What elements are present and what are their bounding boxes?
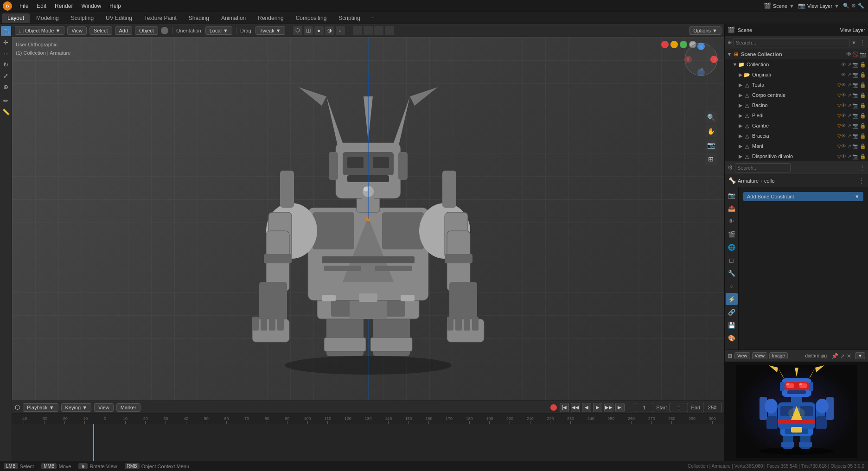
corpo-sel-icon[interactable]: ↗ bbox=[847, 92, 851, 98]
view-menu[interactable]: View bbox=[67, 26, 87, 35]
prop-output-icon[interactable]: 📤 bbox=[726, 202, 738, 214]
tweak-selector[interactable]: Tweak ▼ bbox=[255, 26, 285, 35]
bacino-render-icon[interactable]: 📷 bbox=[852, 102, 859, 108]
outliner-collection[interactable]: ▼ 📁 Collection 👁 ↗ 📷 🔒 bbox=[725, 59, 868, 70]
col-lock-icon[interactable]: 🔒 bbox=[860, 62, 866, 68]
piedi-view-icon[interactable]: 👁 bbox=[841, 113, 846, 119]
grid-icon[interactable]: ⊞ bbox=[705, 153, 717, 165]
camera-icon[interactable]: 📷 bbox=[705, 139, 717, 151]
gizmo-toggle[interactable] bbox=[364, 26, 373, 35]
scene-selector[interactable]: 🎬 Scene ▼ bbox=[764, 2, 794, 9]
prop-world-icon[interactable]: 🌐 bbox=[726, 241, 738, 253]
select-menu[interactable]: Select bbox=[89, 26, 112, 35]
bacino-sel-icon[interactable]: ↗ bbox=[847, 102, 851, 108]
zoom-icon[interactable]: 🔍 bbox=[705, 111, 717, 123]
bacino-view-icon[interactable]: 👁 bbox=[841, 102, 846, 108]
img-view2-menu[interactable]: View bbox=[752, 352, 768, 359]
gambe-render-icon[interactable]: 📷 bbox=[852, 123, 859, 129]
disp-render-icon[interactable]: 📷 bbox=[852, 153, 859, 159]
tab-rendering[interactable]: Rendering bbox=[252, 13, 289, 23]
viewport-3d[interactable]: User Orthographic (1) Collection | Armat… bbox=[12, 37, 724, 401]
piedi-lock-icon[interactable]: 🔒 bbox=[860, 113, 866, 119]
tab-modeling[interactable]: Modeling bbox=[31, 13, 64, 23]
tab-animation[interactable]: Animation bbox=[216, 13, 251, 23]
bacino-lock-icon[interactable]: 🔒 bbox=[860, 102, 866, 108]
outliner-search-input[interactable] bbox=[734, 38, 849, 47]
mani-view-icon[interactable]: 👁 bbox=[841, 143, 846, 149]
mani-render-icon[interactable]: 📷 bbox=[852, 143, 859, 149]
prop-object-icon[interactable]: ◻ bbox=[726, 254, 738, 266]
rendered-icon[interactable]: ○ bbox=[336, 26, 345, 35]
tab-texture-paint[interactable]: Texture Paint bbox=[139, 13, 182, 23]
props-options-btn[interactable]: ⋮ bbox=[859, 164, 865, 171]
prop-view-layer-icon[interactable]: 👁 bbox=[726, 215, 738, 227]
tool-move[interactable]: ↔ bbox=[1, 48, 11, 58]
play-forward-button[interactable]: ▶ bbox=[593, 403, 602, 412]
testa-lock-icon[interactable]: 🔒 bbox=[860, 82, 866, 88]
blender-logo[interactable]: B bbox=[3, 1, 12, 11]
outliner-item-gambe[interactable]: ▶ △ Gambe ▽ 👁 ↗ 📷 🔒 bbox=[725, 121, 868, 131]
braccia-sel-icon[interactable]: ↗ bbox=[847, 133, 851, 139]
timeline-playhead[interactable] bbox=[93, 424, 94, 461]
img-options-btn[interactable]: ▼ bbox=[855, 352, 865, 359]
menu-file[interactable]: File bbox=[16, 2, 32, 10]
props-search-input[interactable] bbox=[735, 163, 791, 172]
tool-cursor[interactable]: ✛ bbox=[1, 37, 11, 47]
prop-scene-icon[interactable]: 🎬 bbox=[726, 228, 738, 240]
img-pin-icon[interactable]: 📌 bbox=[831, 353, 838, 359]
step-back-button[interactable]: ◀◀ bbox=[571, 403, 580, 412]
orientation-selector[interactable]: Local ▼ bbox=[205, 26, 232, 35]
mani-sel-icon[interactable]: ↗ bbox=[847, 143, 851, 149]
outliner-item-testa[interactable]: ▶ △ Testa ▽ 👁 ↗ 📷 🔒 bbox=[725, 80, 868, 90]
tab-add-button[interactable]: + bbox=[367, 13, 377, 23]
prop-modifier-icon[interactable]: 🔧 bbox=[726, 267, 738, 279]
tab-layout[interactable]: Layout bbox=[2, 13, 30, 23]
outliner-item-piedi[interactable]: ▶ △ Piedi ▽ 👁 ↗ 📷 🔒 bbox=[725, 110, 868, 121]
xray-icon[interactable]: ◫ bbox=[304, 26, 313, 35]
gambe-view-icon[interactable]: 👁 bbox=[841, 123, 846, 129]
options-btn[interactable]: Options ▼ bbox=[689, 26, 721, 35]
menu-render[interactable]: Render bbox=[51, 2, 77, 10]
prop-render-icon[interactable]: 📷 bbox=[726, 189, 738, 201]
gambe-sel-icon[interactable]: ↗ bbox=[847, 123, 851, 129]
mode-selector[interactable]: ⬚ Object Mode ▼ bbox=[15, 26, 64, 35]
img-view-menu[interactable]: View bbox=[734, 352, 750, 359]
disp-lock-icon[interactable]: 🔒 bbox=[860, 153, 866, 159]
step-forward-button[interactable]: ▶▶ bbox=[604, 403, 613, 412]
gambe-lock-icon[interactable]: 🔒 bbox=[860, 123, 866, 129]
end-frame-input[interactable]: 250 bbox=[703, 403, 721, 412]
wire-overlay-icon[interactable]: ⬡ bbox=[293, 26, 302, 35]
sc-view-icon[interactable]: 👁 bbox=[846, 51, 851, 57]
outliner-item-originali[interactable]: ▶ 📂 Originali 👁 ↗ 📷 🔒 bbox=[725, 70, 868, 80]
tool-rotate[interactable]: ↻ bbox=[1, 59, 11, 70]
prop-material-icon[interactable]: 🎨 bbox=[726, 332, 738, 344]
tab-scripting[interactable]: Scripting bbox=[333, 13, 366, 23]
braccia-lock-icon[interactable]: 🔒 bbox=[860, 133, 866, 139]
add-menu[interactable]: Add bbox=[115, 26, 133, 35]
tool-annotate[interactable]: ✏ bbox=[1, 95, 11, 106]
prop-physics-icon[interactable]: ⚡ bbox=[726, 293, 738, 305]
marker-menu[interactable]: Marker bbox=[116, 403, 140, 412]
overlay-toggle[interactable] bbox=[353, 26, 362, 35]
material-icon[interactable]: ◑ bbox=[325, 26, 334, 35]
outliner-filter-btn[interactable]: ▼ bbox=[851, 40, 856, 45]
solid-icon[interactable]: ● bbox=[314, 26, 324, 35]
prop-constraint-icon[interactable]: 🔗 bbox=[726, 306, 738, 318]
tab-sculpting[interactable]: Sculpting bbox=[65, 13, 99, 23]
outliner-scene-collection[interactable]: ▼ ⊞ Scene Collection 👁 🚫 📷 bbox=[725, 49, 868, 59]
object-menu[interactable]: Object bbox=[135, 26, 158, 35]
disp-view-icon[interactable]: 👁 bbox=[841, 153, 846, 159]
corpo-render-icon[interactable]: 📷 bbox=[852, 92, 859, 98]
snap-toggle[interactable] bbox=[374, 26, 383, 35]
timeline-expand-icon[interactable]: ⬡ bbox=[15, 404, 20, 411]
playback-menu[interactable]: Playback ▼ bbox=[23, 403, 58, 412]
img-image-menu[interactable]: Image bbox=[769, 352, 788, 359]
tab-compositing[interactable]: Compositing bbox=[290, 13, 332, 23]
disp-sel-icon[interactable]: ↗ bbox=[847, 153, 851, 159]
outliner-item-bacino[interactable]: ▶ △ Bacino ▽ 👁 ↗ 📷 🔒 bbox=[725, 100, 868, 110]
orig-view-icon[interactable]: 👁 bbox=[841, 72, 846, 78]
braccia-view-icon[interactable]: 👁 bbox=[841, 133, 846, 139]
testa-sel-icon[interactable]: ↗ bbox=[847, 82, 851, 88]
menu-edit[interactable]: Edit bbox=[33, 2, 50, 10]
outliner-options-btn[interactable]: ⋮ bbox=[859, 39, 865, 46]
